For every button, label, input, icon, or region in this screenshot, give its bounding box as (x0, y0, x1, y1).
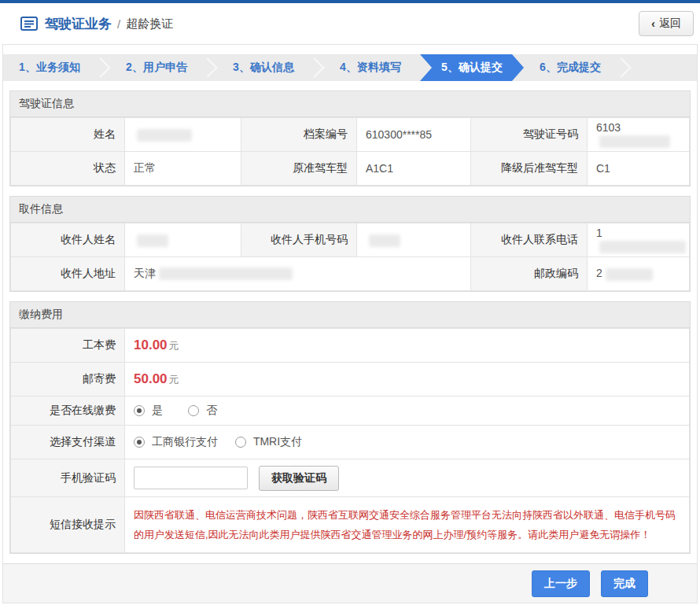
table-row: 手机验证码 获取验证码 (11, 459, 690, 497)
payment-channel-options: 工商银行支付 TMRI支付 (125, 426, 690, 459)
name-value (125, 118, 241, 152)
channel-tmri-label: TMRI支付 (253, 435, 302, 448)
production-fee-value: 10.00元 (125, 329, 690, 363)
status-value: 正常 (125, 152, 241, 186)
sms-code-label: 手机验证码 (11, 459, 125, 497)
postage-fee-amount: 50.00 (134, 371, 168, 386)
pickup-info-table: 收件人姓名 收件人手机号码 收件人联系电话 1 收件人地址 天津 邮政编码 2 (10, 223, 690, 291)
online-pay-no-label: 否 (206, 404, 217, 416)
table-row: 短信接收提示 因陕西省联通、电信运营商技术问题，陕西省互联网交通安全综合服务管理… (11, 497, 690, 553)
status-label: 状态 (11, 152, 125, 186)
pickup-section-title: 取件信息 (10, 197, 690, 223)
breadcrumb-separator: / (117, 17, 120, 31)
license-info-section: 驾驶证信息 姓名 档案编号 610300****85 驾驶证号码 6103 状态… (9, 90, 691, 186)
step-1-business-notice[interactable]: 1、业务须知 (3, 54, 96, 81)
file-number-value: 610300****85 (357, 118, 471, 152)
online-pay-yes-label: 是 (152, 404, 163, 416)
pickup-info-section: 取件信息 收件人姓名 收件人手机号码 收件人联系电话 1 收件人地址 天津 邮政… (9, 196, 691, 292)
table-row: 是否在线缴费 是 否 (11, 397, 690, 426)
table-row: 选择支付渠道 工商银行支付 TMRI支付 (11, 426, 690, 459)
license-number-label: 驾驶证号码 (471, 118, 588, 152)
recipient-phone-label: 收件人联系电话 (471, 223, 588, 257)
zip-code-value: 2 (588, 257, 690, 291)
step-4-label: 4、资料填写 (340, 61, 401, 75)
production-fee-unit: 元 (169, 340, 179, 352)
channel-icbc-label: 工商银行支付 (152, 435, 218, 448)
step-separator (310, 54, 324, 81)
channel-tmri-radio[interactable] (235, 437, 246, 448)
online-pay-no-radio[interactable] (188, 405, 199, 416)
step-separator (96, 54, 110, 81)
name-label: 姓名 (11, 118, 125, 152)
table-row: 工本费 10.00元 (11, 329, 690, 363)
sms-notice-text: 因陕西省联通、电信运营商技术问题，陕西省互联网交通安全综合服务管理平台无法向持陕… (134, 505, 680, 544)
recipient-name-label: 收件人姓名 (11, 223, 125, 257)
footer-action-bar: 上一步 完成 (3, 563, 697, 603)
sms-code-row: 获取验证码 (125, 459, 690, 497)
recipient-phone-value: 1 (588, 223, 690, 257)
redacted-value (159, 267, 293, 280)
fees-section: 缴纳费用 工本费 10.00元 邮寄费 50.00元 是否在线缴费 (9, 301, 691, 554)
step-1-label: 1、业务须知 (19, 61, 80, 75)
page-header: 驾驶证业务 / 超龄换证 ‹ 返回 (0, 3, 700, 44)
downgraded-class-value: C1 (588, 152, 690, 186)
postage-fee-unit: 元 (169, 374, 179, 386)
license-section-title: 驾驶证信息 (10, 91, 690, 117)
license-number-value: 6103 (588, 118, 690, 152)
recipient-name-value (125, 223, 241, 257)
sms-notice-label: 短信接收提示 (11, 497, 125, 553)
recipient-address-label: 收件人地址 (11, 257, 125, 291)
fees-section-title: 缴纳费用 (10, 302, 690, 328)
channel-icbc-radio[interactable] (134, 437, 145, 448)
table-row: 姓名 档案编号 610300****85 驾驶证号码 6103 (11, 118, 690, 152)
production-fee-amount: 10.00 (134, 338, 168, 352)
license-service-icon (20, 17, 38, 31)
original-class-value: A1C1 (357, 152, 471, 186)
online-pay-options: 是 否 (125, 397, 690, 426)
sms-code-input[interactable] (134, 467, 248, 489)
postage-fee-value: 50.00元 (125, 363, 690, 397)
redacted-value (369, 234, 400, 247)
table-row: 收件人姓名 收件人手机号码 收件人联系电话 1 (11, 223, 690, 257)
back-button-label: 返回 (659, 17, 681, 31)
redacted-value (599, 135, 670, 148)
step-separator (203, 54, 217, 81)
zip-code-label: 邮政编码 (471, 257, 588, 291)
redacted-value (599, 241, 686, 253)
step-3-confirm-info[interactable]: 3、确认信息 (217, 54, 310, 81)
fees-table: 工本费 10.00元 邮寄费 50.00元 是否在线缴费 是 否 (10, 328, 690, 553)
step-5-confirm-submit-active[interactable]: 5、确认提交 (420, 54, 524, 81)
redacted-value (137, 234, 168, 247)
back-button[interactable]: ‹ 返回 (639, 11, 694, 36)
breadcrumb: 驾驶证业务 / 超龄换证 (20, 15, 173, 33)
step-2-label: 2、用户申告 (126, 61, 187, 75)
table-row: 收件人地址 天津 邮政编码 2 (11, 257, 690, 291)
finish-button[interactable]: 完成 (601, 570, 648, 597)
step-6-finish-submit[interactable]: 6、完成提交 (524, 54, 617, 81)
step-separator (617, 54, 631, 81)
file-number-label: 档案编号 (241, 118, 357, 152)
recipient-address-value: 天津 (125, 257, 471, 291)
recipient-mobile-label: 收件人手机号码 (241, 223, 357, 257)
page-title: 驾驶证业务 (45, 15, 112, 33)
main-container: 1、业务须知 2、用户申告 3、确认信息 4、资料填写 5、确认提交 6、完成提… (2, 44, 698, 603)
previous-step-button[interactable]: 上一步 (532, 570, 590, 597)
payment-channel-label: 选择支付渠道 (11, 426, 125, 459)
step-4-fill-data[interactable]: 4、资料填写 (324, 54, 417, 81)
recipient-mobile-value (357, 223, 471, 257)
license-info-table: 姓名 档案编号 610300****85 驾驶证号码 6103 状态 正常 原准… (10, 117, 690, 186)
redacted-value (137, 129, 192, 142)
steps-bar: 1、业务须知 2、用户申告 3、确认信息 4、资料填写 5、确认提交 6、完成提… (3, 54, 697, 81)
breadcrumb-current: 超龄换证 (126, 17, 173, 31)
redacted-value (606, 268, 653, 281)
production-fee-label: 工本费 (11, 329, 125, 363)
step-2-user-declaration[interactable]: 2、用户申告 (110, 54, 203, 81)
online-pay-yes-radio[interactable] (134, 405, 145, 416)
steps-bar-filler (631, 54, 697, 81)
online-pay-label: 是否在线缴费 (11, 397, 125, 426)
step-5-label: 5、确认提交 (441, 61, 503, 75)
sms-notice-cell: 因陕西省联通、电信运营商技术问题，陕西省互联网交通安全综合服务管理平台无法向持陕… (125, 497, 690, 553)
get-code-button[interactable]: 获取验证码 (259, 466, 339, 491)
postage-fee-label: 邮寄费 (11, 363, 125, 397)
back-chevron-icon: ‹ (651, 17, 655, 30)
